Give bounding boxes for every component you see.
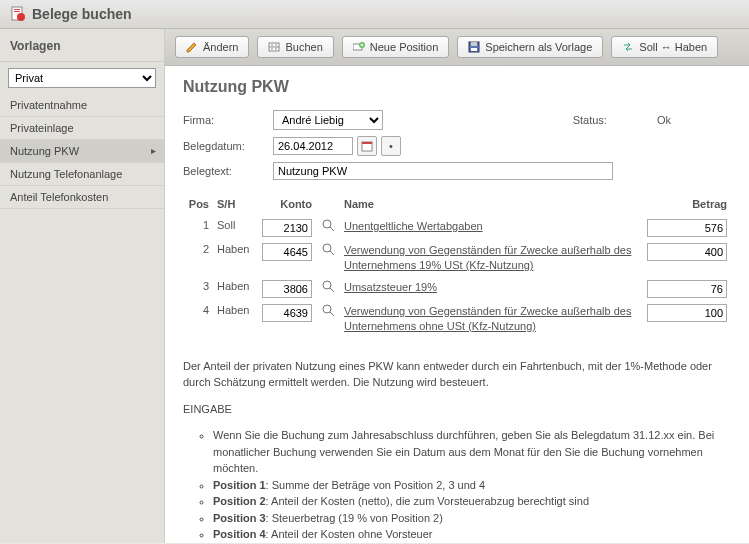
svg-rect-11 [362,142,372,144]
col-betrag: Betrag [641,194,731,216]
template-category-select[interactable]: Privat [8,68,156,88]
svg-rect-8 [471,42,477,46]
belegtext-label: Belegtext: [183,165,273,177]
toolbar: Ändern Buchen Neue Position Speichern al… [165,29,749,66]
sidebar: Vorlagen Privat Privatentnahme Privatein… [0,29,165,543]
svg-point-12 [323,220,331,228]
new-row-icon [353,41,365,53]
svg-rect-1 [14,9,20,10]
svg-point-15 [323,305,331,313]
table-row: 3 Haben Umsatzsteuer 19% [183,277,731,301]
svg-point-14 [323,281,331,289]
sidebar-item-nutzung-pkw[interactable]: Nutzung PKW [0,140,164,163]
konto-input[interactable] [262,243,312,261]
lookup-icon[interactable] [322,219,336,233]
account-name-link[interactable]: Unentgeltliche Wertabgaben [344,219,483,234]
book-button[interactable]: Buchen [257,36,333,58]
sidebar-item-privatentnahme[interactable]: Privatentnahme [0,94,164,117]
app-header: Belege buchen [0,0,749,29]
lookup-icon[interactable] [322,304,336,318]
belegdatum-input[interactable] [273,137,353,155]
sidebar-title: Vorlagen [0,29,164,62]
info-text: Der Anteil der privaten Nutzung eines PK… [183,358,731,543]
svg-point-3 [17,13,25,21]
col-konto: Konto [258,194,316,216]
page-title: Belege buchen [32,6,132,22]
main-panel: Ändern Buchen Neue Position Speichern al… [165,29,749,543]
edit-button[interactable]: Ändern [175,36,249,58]
date-extra-button[interactable]: • [381,136,401,156]
lookup-icon[interactable] [322,280,336,294]
content-area: Nutzung PKW Firma: André Liebig Status: … [165,66,749,543]
positions-table: Pos S/H Konto Name Betrag 1 Soll Unen [183,194,731,338]
table-row: 1 Soll Unentgeltliche Wertabgaben [183,216,731,240]
account-name-link[interactable]: Umsatzsteuer 19% [344,280,437,295]
sidebar-item-privateinlage[interactable]: Privateinlage [0,117,164,140]
konto-input[interactable] [262,304,312,322]
account-name-link[interactable]: Verwendung von Gegenständen für Zwecke a… [344,243,637,274]
lookup-icon[interactable] [322,243,336,257]
soll-haben-button[interactable]: Soll ↔ Haben [611,36,718,58]
betrag-input[interactable] [647,304,727,322]
template-list: Privatentnahme Privateinlage Nutzung PKW… [0,94,164,209]
konto-input[interactable] [262,219,312,237]
betrag-input[interactable] [647,219,727,237]
col-pos: Pos [183,194,213,216]
save-icon [468,41,480,53]
svg-point-13 [323,244,331,252]
konto-input[interactable] [262,280,312,298]
svg-rect-9 [471,48,477,51]
calendar-icon [361,140,373,152]
document-icon [10,6,26,22]
svg-rect-2 [14,11,20,12]
col-sh: S/H [213,194,258,216]
calendar-button[interactable] [357,136,377,156]
table-row: 4 Haben Verwendung von Gegenständen für … [183,301,731,338]
status-label: Status: [573,114,607,126]
pencil-icon [186,41,198,53]
firma-select[interactable]: André Liebig [273,110,383,130]
status-value: Ok [657,114,671,126]
betrag-input[interactable] [647,243,727,261]
belegdatum-label: Belegdatum: [183,140,273,152]
sidebar-item-anteil-telefonkosten[interactable]: Anteil Telefonkosten [0,186,164,209]
betrag-input[interactable] [647,280,727,298]
save-template-button[interactable]: Speichern als Vorlage [457,36,603,58]
col-name: Name [340,194,641,216]
account-name-link[interactable]: Verwendung von Gegenständen für Zwecke a… [344,304,637,335]
swap-icon [622,41,634,53]
firma-label: Firma: [183,114,273,126]
sidebar-item-nutzung-telefonanlage[interactable]: Nutzung Telefonanlage [0,163,164,186]
belegtext-input[interactable] [273,162,613,180]
table-row: 2 Haben Verwendung von Gegenständen für … [183,240,731,277]
form-heading: Nutzung PKW [183,78,731,96]
new-position-button[interactable]: Neue Position [342,36,450,58]
book-icon [268,41,280,53]
